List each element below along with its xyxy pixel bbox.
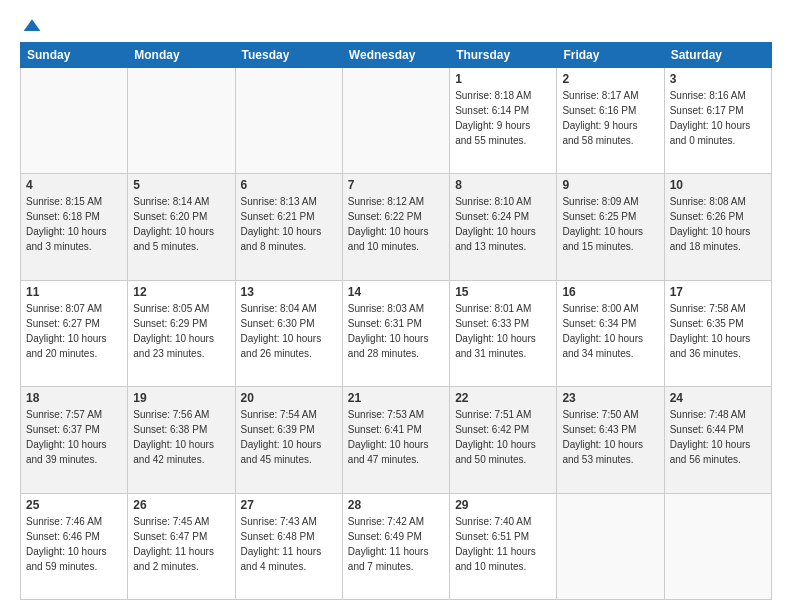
weekday-header-monday: Monday bbox=[128, 43, 235, 68]
day-number: 2 bbox=[562, 72, 658, 86]
day-cell bbox=[557, 493, 664, 599]
day-cell: 20Sunrise: 7:54 AM Sunset: 6:39 PM Dayli… bbox=[235, 387, 342, 493]
day-cell: 29Sunrise: 7:40 AM Sunset: 6:51 PM Dayli… bbox=[450, 493, 557, 599]
day-info: Sunrise: 8:16 AM Sunset: 6:17 PM Dayligh… bbox=[670, 88, 766, 148]
day-info: Sunrise: 8:18 AM Sunset: 6:14 PM Dayligh… bbox=[455, 88, 551, 148]
day-cell: 5Sunrise: 8:14 AM Sunset: 6:20 PM Daylig… bbox=[128, 174, 235, 280]
day-cell bbox=[128, 68, 235, 174]
day-info: Sunrise: 7:53 AM Sunset: 6:41 PM Dayligh… bbox=[348, 407, 444, 467]
day-cell: 28Sunrise: 7:42 AM Sunset: 6:49 PM Dayli… bbox=[342, 493, 449, 599]
day-info: Sunrise: 7:40 AM Sunset: 6:51 PM Dayligh… bbox=[455, 514, 551, 574]
day-info: Sunrise: 7:50 AM Sunset: 6:43 PM Dayligh… bbox=[562, 407, 658, 467]
day-info: Sunrise: 7:58 AM Sunset: 6:35 PM Dayligh… bbox=[670, 301, 766, 361]
day-info: Sunrise: 8:09 AM Sunset: 6:25 PM Dayligh… bbox=[562, 194, 658, 254]
day-number: 13 bbox=[241, 285, 337, 299]
day-info: Sunrise: 8:05 AM Sunset: 6:29 PM Dayligh… bbox=[133, 301, 229, 361]
weekday-header-tuesday: Tuesday bbox=[235, 43, 342, 68]
day-number: 4 bbox=[26, 178, 122, 192]
day-cell: 22Sunrise: 7:51 AM Sunset: 6:42 PM Dayli… bbox=[450, 387, 557, 493]
weekday-header-saturday: Saturday bbox=[664, 43, 771, 68]
day-cell: 9Sunrise: 8:09 AM Sunset: 6:25 PM Daylig… bbox=[557, 174, 664, 280]
day-cell: 7Sunrise: 8:12 AM Sunset: 6:22 PM Daylig… bbox=[342, 174, 449, 280]
day-info: Sunrise: 7:46 AM Sunset: 6:46 PM Dayligh… bbox=[26, 514, 122, 574]
day-cell: 18Sunrise: 7:57 AM Sunset: 6:37 PM Dayli… bbox=[21, 387, 128, 493]
day-info: Sunrise: 7:48 AM Sunset: 6:44 PM Dayligh… bbox=[670, 407, 766, 467]
day-number: 8 bbox=[455, 178, 551, 192]
day-info: Sunrise: 8:01 AM Sunset: 6:33 PM Dayligh… bbox=[455, 301, 551, 361]
day-info: Sunrise: 8:03 AM Sunset: 6:31 PM Dayligh… bbox=[348, 301, 444, 361]
day-cell: 26Sunrise: 7:45 AM Sunset: 6:47 PM Dayli… bbox=[128, 493, 235, 599]
day-cell bbox=[21, 68, 128, 174]
day-cell: 14Sunrise: 8:03 AM Sunset: 6:31 PM Dayli… bbox=[342, 280, 449, 386]
week-row-1: 1Sunrise: 8:18 AM Sunset: 6:14 PM Daylig… bbox=[21, 68, 772, 174]
svg-marker-0 bbox=[24, 19, 41, 31]
day-cell: 15Sunrise: 8:01 AM Sunset: 6:33 PM Dayli… bbox=[450, 280, 557, 386]
day-number: 1 bbox=[455, 72, 551, 86]
day-info: Sunrise: 7:51 AM Sunset: 6:42 PM Dayligh… bbox=[455, 407, 551, 467]
day-info: Sunrise: 8:07 AM Sunset: 6:27 PM Dayligh… bbox=[26, 301, 122, 361]
weekday-header-friday: Friday bbox=[557, 43, 664, 68]
day-cell: 2Sunrise: 8:17 AM Sunset: 6:16 PM Daylig… bbox=[557, 68, 664, 174]
day-number: 23 bbox=[562, 391, 658, 405]
day-number: 28 bbox=[348, 498, 444, 512]
day-info: Sunrise: 8:15 AM Sunset: 6:18 PM Dayligh… bbox=[26, 194, 122, 254]
day-cell: 6Sunrise: 8:13 AM Sunset: 6:21 PM Daylig… bbox=[235, 174, 342, 280]
header bbox=[20, 16, 772, 34]
day-number: 25 bbox=[26, 498, 122, 512]
day-cell bbox=[342, 68, 449, 174]
day-cell: 8Sunrise: 8:10 AM Sunset: 6:24 PM Daylig… bbox=[450, 174, 557, 280]
day-cell: 23Sunrise: 7:50 AM Sunset: 6:43 PM Dayli… bbox=[557, 387, 664, 493]
day-info: Sunrise: 8:17 AM Sunset: 6:16 PM Dayligh… bbox=[562, 88, 658, 148]
day-cell: 17Sunrise: 7:58 AM Sunset: 6:35 PM Dayli… bbox=[664, 280, 771, 386]
weekday-header-sunday: Sunday bbox=[21, 43, 128, 68]
day-number: 21 bbox=[348, 391, 444, 405]
day-cell: 27Sunrise: 7:43 AM Sunset: 6:48 PM Dayli… bbox=[235, 493, 342, 599]
day-info: Sunrise: 8:13 AM Sunset: 6:21 PM Dayligh… bbox=[241, 194, 337, 254]
day-cell: 25Sunrise: 7:46 AM Sunset: 6:46 PM Dayli… bbox=[21, 493, 128, 599]
day-cell: 12Sunrise: 8:05 AM Sunset: 6:29 PM Dayli… bbox=[128, 280, 235, 386]
day-info: Sunrise: 7:56 AM Sunset: 6:38 PM Dayligh… bbox=[133, 407, 229, 467]
day-number: 15 bbox=[455, 285, 551, 299]
day-number: 3 bbox=[670, 72, 766, 86]
day-number: 9 bbox=[562, 178, 658, 192]
day-info: Sunrise: 8:00 AM Sunset: 6:34 PM Dayligh… bbox=[562, 301, 658, 361]
day-number: 20 bbox=[241, 391, 337, 405]
day-number: 26 bbox=[133, 498, 229, 512]
page: SundayMondayTuesdayWednesdayThursdayFrid… bbox=[0, 0, 792, 612]
weekday-header-wednesday: Wednesday bbox=[342, 43, 449, 68]
day-number: 6 bbox=[241, 178, 337, 192]
day-cell bbox=[235, 68, 342, 174]
day-cell: 13Sunrise: 8:04 AM Sunset: 6:30 PM Dayli… bbox=[235, 280, 342, 386]
week-row-2: 4Sunrise: 8:15 AM Sunset: 6:18 PM Daylig… bbox=[21, 174, 772, 280]
day-number: 7 bbox=[348, 178, 444, 192]
day-info: Sunrise: 7:42 AM Sunset: 6:49 PM Dayligh… bbox=[348, 514, 444, 574]
day-info: Sunrise: 8:10 AM Sunset: 6:24 PM Dayligh… bbox=[455, 194, 551, 254]
day-cell: 11Sunrise: 8:07 AM Sunset: 6:27 PM Dayli… bbox=[21, 280, 128, 386]
day-info: Sunrise: 8:12 AM Sunset: 6:22 PM Dayligh… bbox=[348, 194, 444, 254]
day-number: 24 bbox=[670, 391, 766, 405]
day-info: Sunrise: 8:04 AM Sunset: 6:30 PM Dayligh… bbox=[241, 301, 337, 361]
day-number: 12 bbox=[133, 285, 229, 299]
day-cell: 1Sunrise: 8:18 AM Sunset: 6:14 PM Daylig… bbox=[450, 68, 557, 174]
day-info: Sunrise: 7:54 AM Sunset: 6:39 PM Dayligh… bbox=[241, 407, 337, 467]
day-cell: 24Sunrise: 7:48 AM Sunset: 6:44 PM Dayli… bbox=[664, 387, 771, 493]
day-cell: 3Sunrise: 8:16 AM Sunset: 6:17 PM Daylig… bbox=[664, 68, 771, 174]
day-cell: 21Sunrise: 7:53 AM Sunset: 6:41 PM Dayli… bbox=[342, 387, 449, 493]
day-cell: 10Sunrise: 8:08 AM Sunset: 6:26 PM Dayli… bbox=[664, 174, 771, 280]
day-info: Sunrise: 7:45 AM Sunset: 6:47 PM Dayligh… bbox=[133, 514, 229, 574]
weekday-header-thursday: Thursday bbox=[450, 43, 557, 68]
day-info: Sunrise: 8:08 AM Sunset: 6:26 PM Dayligh… bbox=[670, 194, 766, 254]
day-number: 22 bbox=[455, 391, 551, 405]
day-info: Sunrise: 7:43 AM Sunset: 6:48 PM Dayligh… bbox=[241, 514, 337, 574]
day-cell: 4Sunrise: 8:15 AM Sunset: 6:18 PM Daylig… bbox=[21, 174, 128, 280]
day-number: 16 bbox=[562, 285, 658, 299]
logo-icon bbox=[22, 16, 42, 36]
week-row-5: 25Sunrise: 7:46 AM Sunset: 6:46 PM Dayli… bbox=[21, 493, 772, 599]
day-number: 14 bbox=[348, 285, 444, 299]
week-row-3: 11Sunrise: 8:07 AM Sunset: 6:27 PM Dayli… bbox=[21, 280, 772, 386]
day-number: 29 bbox=[455, 498, 551, 512]
day-number: 17 bbox=[670, 285, 766, 299]
day-number: 5 bbox=[133, 178, 229, 192]
calendar-table: SundayMondayTuesdayWednesdayThursdayFrid… bbox=[20, 42, 772, 600]
day-number: 10 bbox=[670, 178, 766, 192]
